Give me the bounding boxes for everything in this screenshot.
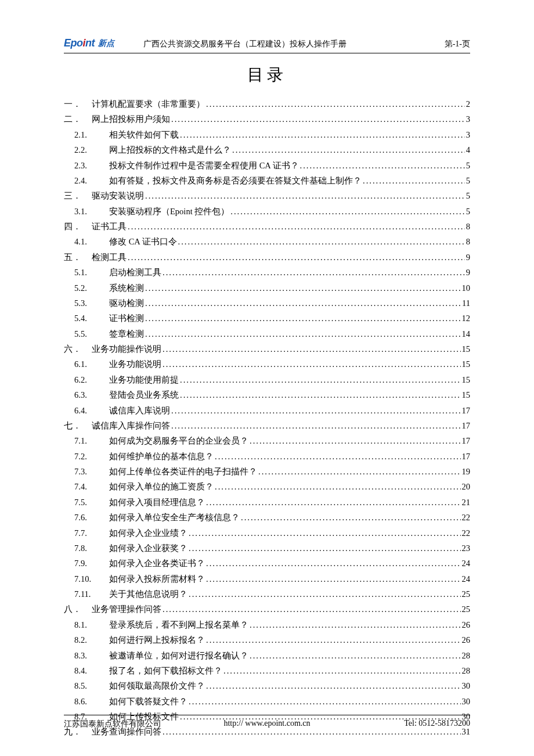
toc-page-number: 5 (466, 173, 470, 188)
toc-row[interactable]: 2.4.如有答疑，投标文件及商务标是否必须要在答疑文件基础上制作？5 (64, 173, 470, 188)
toc-row[interactable]: 8.1.登录系统后，看不到网上报名菜单？26 (64, 617, 470, 632)
toc-row[interactable]: 7.3.如何上传单位各类证件的电子扫描件？19 (64, 464, 470, 479)
toc-leader-dots (206, 632, 461, 647)
page-footer: 江苏国泰新点软件有限公司 http:// www.epoint.com.cn T… (64, 715, 470, 729)
toc-leader-dots (145, 311, 461, 326)
toc-row[interactable]: 五．检测工具9 (64, 250, 470, 265)
toc-row[interactable]: 6.1.业务功能说明15 (64, 357, 470, 372)
table-of-contents: 一．计算机配置要求（非常重要）2二．网上招投标用户须知32.1.相关软件如何下载… (64, 96, 470, 740)
toc-number: 7.7. (74, 525, 109, 541)
toc-number: 8.6. (74, 694, 109, 709)
toc-leader-dots (145, 280, 461, 296)
toc-text: 如何录入企业获奖？ (109, 541, 187, 556)
toc-row[interactable]: 6.3.登陆会员业务系统15 (64, 387, 470, 402)
toc-leader-dots (163, 357, 461, 372)
toc-text: 登陆会员业务系统 (109, 387, 179, 402)
toc-page-number: 12 (462, 311, 471, 326)
toc-number: 7.1. (74, 433, 109, 448)
toc-page-number: 8 (466, 234, 470, 249)
toc-row[interactable]: 7.4.如何录入单位的施工资质？20 (64, 479, 470, 494)
toc-number: 6.3. (74, 387, 109, 402)
toc-row[interactable]: 2.2.网上招投标的文件格式是什么？4 (64, 142, 470, 157)
toc-row[interactable]: 7.6.如何录入单位安全生产考核信息？22 (64, 510, 470, 525)
toc-leader-dots (189, 694, 461, 709)
toc-page-number: 24 (462, 571, 471, 586)
toc-page-number: 21 (462, 495, 471, 510)
toc-page-number: 3 (466, 127, 470, 142)
toc-page-number: 4 (466, 142, 470, 157)
toc-row[interactable]: 7.11.关于其他信息说明？25 (64, 586, 470, 602)
toc-leader-dots (171, 418, 461, 433)
toc-row[interactable]: 8.4.报了名，如何下载招标文件？28 (64, 663, 470, 678)
toc-number: 7.5. (74, 495, 109, 510)
toc-page-number: 11 (462, 296, 470, 311)
toc-row[interactable]: 6.4.诚信库入库说明17 (64, 403, 470, 418)
toc-row[interactable]: 7.10.如何录入投标所需材料？24 (64, 571, 470, 586)
toc-leader-dots (250, 648, 461, 663)
toc-text: 如何领取最高限价文件？ (109, 678, 205, 693)
toc-leader-dots (215, 479, 461, 494)
toc-row[interactable]: 8.3.被邀请单位，如何对进行报名确认？28 (64, 648, 470, 663)
toc-row[interactable]: 七．诚信库入库操作问答17 (64, 418, 470, 433)
toc-text: 业务功能说明 (109, 357, 161, 372)
toc-row[interactable]: 7.5.如何录入项目经理信息？21 (64, 495, 470, 510)
toc-number: 7.6. (74, 510, 109, 525)
toc-page-number: 9 (466, 265, 470, 280)
toc-number: 5.3. (74, 296, 109, 311)
toc-number: 4.1. (74, 234, 109, 249)
toc-row[interactable]: 八．业务管理操作问答25 (64, 602, 470, 617)
toc-row[interactable]: 7.9.如何录入企业各类证书？24 (64, 556, 470, 571)
toc-page-number: 17 (462, 403, 471, 418)
toc-row[interactable]: 三．驱动安装说明5 (64, 188, 470, 203)
toc-row[interactable]: 8.5.如何领取最高限价文件？30 (64, 678, 470, 693)
toc-row[interactable]: 一．计算机配置要求（非常重要）2 (64, 96, 470, 111)
footer-tel: Tel: 0512-58173200 (335, 719, 470, 729)
header-title: 广西公共资源交易服务平台（工程建设）投标人操作手册 (132, 39, 445, 51)
toc-row[interactable]: 2.1.相关软件如何下载3 (64, 127, 470, 142)
toc-text: 关于其他信息说明？ (109, 586, 187, 602)
toc-row[interactable]: 5.3.驱动检测11 (64, 296, 470, 311)
toc-text: 如何下载答疑文件？ (109, 694, 187, 709)
toc-number: 8.5. (74, 678, 109, 693)
toc-row[interactable]: 4.1.修改 CA 证书口令8 (64, 234, 470, 249)
toc-leader-dots (230, 204, 464, 219)
toc-number: 7.4. (74, 479, 109, 494)
toc-number: 7.8. (74, 541, 109, 556)
toc-row[interactable]: 5.5.签章检测14 (64, 326, 470, 341)
toc-row[interactable]: 7.7.如何录入企业业绩？22 (64, 525, 470, 541)
toc-text: 如何录入单位的施工资质？ (109, 479, 214, 494)
toc-row[interactable]: 8.2.如何进行网上投标报名？26 (64, 632, 470, 647)
toc-row[interactable]: 6.2.业务功能使用前提15 (64, 372, 470, 387)
toc-leader-dots (363, 173, 465, 188)
toc-page-number: 5 (466, 204, 470, 219)
toc-leader-dots (241, 510, 461, 525)
toc-text: 登录系统后，看不到网上报名菜单？ (109, 617, 248, 632)
toc-leader-dots (180, 372, 461, 387)
toc-page-number: 8 (466, 219, 470, 234)
toc-row[interactable]: 3.1.安装驱动程序（Epoint 控件包）5 (64, 204, 470, 219)
toc-leader-dots (128, 219, 465, 234)
toc-row[interactable]: 5.4.证书检测12 (64, 311, 470, 326)
toc-page-number: 20 (462, 479, 471, 494)
toc-number: 2.3. (74, 158, 109, 173)
toc-number: 二． (64, 111, 92, 127)
toc-row[interactable]: 5.2.系统检测10 (64, 280, 470, 296)
toc-row[interactable]: 2.3.投标文件制作过程中是否需要全程使用 CA 证书？5 (64, 158, 470, 173)
toc-row[interactable]: 7.8.如何录入企业获奖？23 (64, 541, 470, 556)
toc-row[interactable]: 六．业务功能操作说明15 (64, 341, 470, 357)
toc-row[interactable]: 四．证书工具8 (64, 219, 470, 234)
toc-row[interactable]: 5.1.启动检测工具9 (64, 265, 470, 280)
toc-row[interactable]: 8.6.如何下载答疑文件？30 (64, 694, 470, 709)
toc-leader-dots (223, 663, 461, 678)
toc-leader-dots (206, 556, 461, 571)
toc-row[interactable]: 7.2.如何维护单位的基本信息？17 (64, 449, 470, 464)
toc-leader-dots (180, 387, 461, 402)
toc-text: 驱动检测 (109, 296, 144, 311)
toc-page-number: 15 (462, 357, 471, 372)
toc-row[interactable]: 7.1.如何成为交易服务平台的企业会员？17 (64, 433, 470, 448)
toc-row[interactable]: 二．网上招投标用户须知3 (64, 111, 470, 127)
toc-number: 8.1. (74, 617, 109, 632)
toc-page-number: 28 (462, 648, 471, 663)
toc-text: 修改 CA 证书口令 (109, 234, 177, 249)
toc-leader-dots (189, 541, 461, 556)
